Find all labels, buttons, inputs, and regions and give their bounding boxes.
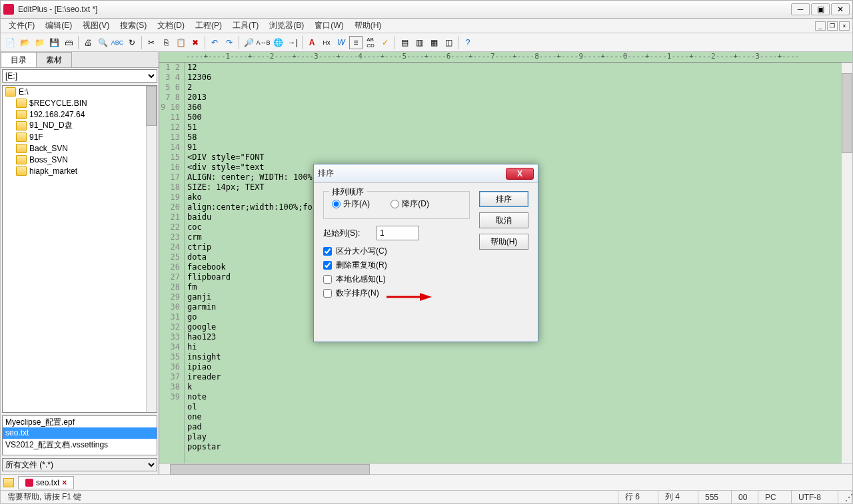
- print-icon[interactable]: 🖨: [81, 36, 95, 49]
- saveall-icon[interactable]: 🗃: [62, 36, 75, 49]
- startcol-label: 起始列(S):: [323, 228, 377, 239]
- window-title: EditPlus - [E:\seo.txt *]: [18, 5, 791, 14]
- dialog-close-button[interactable]: X: [506, 168, 534, 180]
- app-icon: [3, 4, 14, 15]
- status-help: 需要帮助, 请按 F1 键: [1, 491, 618, 503]
- editor-hscrollbar[interactable]: [159, 463, 852, 474]
- folder-icon: [16, 166, 27, 176]
- menu-document[interactable]: 文档(D): [152, 19, 190, 33]
- editor-vscrollbar[interactable]: [842, 63, 852, 463]
- browser-icon[interactable]: 🌐: [271, 36, 285, 49]
- folder-icon[interactable]: [3, 478, 14, 487]
- radio-ascending[interactable]: 升序(A): [332, 198, 370, 210]
- tree-item[interactable]: $RECYCLE.BIN: [3, 97, 157, 109]
- folder-icon: [16, 155, 27, 164]
- maximize-button[interactable]: ▣: [811, 3, 830, 15]
- new-icon[interactable]: 📄: [3, 36, 17, 49]
- dialog-title: 排序: [318, 168, 506, 179]
- tree-item[interactable]: Back_SVN: [3, 142, 157, 154]
- status-total: 555: [698, 491, 732, 503]
- folder-icon: [16, 144, 27, 153]
- status-mode: PC: [758, 491, 792, 503]
- menu-file[interactable]: 文件(F): [3, 19, 40, 33]
- tree-item[interactable]: hiapk_market: [3, 165, 157, 176]
- status-grip[interactable]: ⋰: [838, 491, 852, 503]
- replace-icon[interactable]: A↔B: [257, 36, 270, 49]
- titlebar: EditPlus - [E:\seo.txt *] ─ ▣ ✕: [0, 0, 853, 19]
- folder-icon: [16, 121, 27, 130]
- sort-dialog: 排序 X 排列顺序 升序(A) 降序(D) 起始列(S): 区分大小写(C) 删…: [313, 164, 538, 342]
- doctab-seo[interactable]: seo.txt ×: [18, 476, 74, 489]
- drive-select[interactable]: [E:]: [2, 69, 157, 83]
- menu-help[interactable]: 帮助(H): [349, 19, 387, 33]
- tab-cliptext[interactable]: 素材: [36, 52, 72, 67]
- chk-locale[interactable]: 本地化感知(L): [323, 274, 528, 285]
- cut-icon[interactable]: ✂: [145, 36, 158, 49]
- tree-item[interactable]: 192.168.247.64: [3, 109, 157, 120]
- delete-icon[interactable]: ✖: [189, 36, 202, 49]
- preview-icon[interactable]: 🔍: [96, 36, 109, 49]
- panel1-icon[interactable]: ▤: [398, 36, 411, 49]
- tree-root[interactable]: E:\: [3, 86, 157, 97]
- spell-icon[interactable]: ABC: [111, 36, 124, 49]
- document-tabs: seo.txt ×: [0, 475, 853, 491]
- menu-search[interactable]: 搜索(S): [115, 19, 152, 33]
- hex-icon[interactable]: Hx: [320, 36, 333, 49]
- mdi-minimize[interactable]: _: [815, 21, 826, 31]
- doctab-close-icon[interactable]: ×: [62, 478, 67, 487]
- paste-icon[interactable]: 📋: [174, 36, 187, 49]
- save-icon[interactable]: 💾: [47, 36, 61, 49]
- status-encoding: UTF-8: [792, 491, 838, 503]
- menu-tools[interactable]: 工具(T): [227, 19, 264, 33]
- mdi-restore[interactable]: ❐: [827, 21, 838, 31]
- folder-icon: [16, 132, 27, 142]
- goto-icon[interactable]: →|: [286, 36, 299, 49]
- tree-item[interactable]: 91F: [3, 131, 157, 142]
- redo-icon[interactable]: ↷: [223, 36, 236, 49]
- panel3-icon[interactable]: ▦: [427, 36, 440, 49]
- toolbar: 📄 📂 📁 💾 🗃 🖨 🔍 ABC ↻ ✂ ⎘ 📋 ✖ ↶ ↷ 🔎 A↔B 🌐 …: [0, 33, 853, 52]
- file-item[interactable]: seo.txt: [3, 427, 157, 439]
- font-icon[interactable]: A: [305, 36, 319, 49]
- file-list[interactable]: Myeclipse_配置.epfseo.txtVS2012_配置文档.vsset…: [2, 415, 157, 455]
- open2-icon[interactable]: 📁: [33, 36, 46, 49]
- cancel-button[interactable]: 取消: [479, 212, 528, 228]
- folder-icon: [16, 110, 27, 119]
- copy-icon[interactable]: ⎘: [159, 36, 173, 49]
- wrap-icon[interactable]: W: [335, 36, 348, 49]
- mdi-close[interactable]: ×: [839, 21, 850, 31]
- menu-view[interactable]: 视图(V): [77, 19, 115, 33]
- file-item[interactable]: Myeclipse_配置.epf: [3, 416, 157, 427]
- radio-descending[interactable]: 降序(D): [391, 198, 429, 210]
- panel2-icon[interactable]: ▥: [413, 36, 426, 49]
- status-col: 列 4: [658, 491, 698, 503]
- column-icon[interactable]: ABCD: [364, 36, 377, 49]
- menu-edit[interactable]: 编辑(E): [40, 19, 77, 33]
- tab-directory[interactable]: 目录: [1, 52, 37, 67]
- panel4-icon[interactable]: ◫: [442, 36, 455, 49]
- refresh-icon[interactable]: ↻: [125, 36, 139, 49]
- menu-window[interactable]: 窗口(W): [309, 19, 349, 33]
- undo-icon[interactable]: ↶: [208, 36, 221, 49]
- help-button[interactable]: 帮助(H): [479, 234, 528, 250]
- tree-item[interactable]: 91_ND_D盘: [3, 120, 157, 131]
- tree-scrollbar[interactable]: [146, 86, 157, 412]
- startcol-input[interactable]: [377, 226, 419, 240]
- chk-remove-dup[interactable]: 删除重复项(R): [323, 260, 528, 271]
- close-button[interactable]: ✕: [831, 3, 850, 15]
- tree-item[interactable]: Boss_SVN: [3, 154, 157, 165]
- minimize-button[interactable]: ─: [791, 3, 810, 15]
- menu-project[interactable]: 工程(P): [190, 19, 227, 33]
- folder-tree[interactable]: E:\ $RECYCLE.BIN192.168.247.6491_ND_D盘91…: [2, 85, 157, 413]
- find-icon[interactable]: 🔎: [242, 36, 255, 49]
- file-item[interactable]: VS2012_配置文档.vssettings: [3, 439, 157, 450]
- chk-numeric[interactable]: 数字排序(N): [323, 288, 528, 299]
- indent-icon[interactable]: ≡: [349, 36, 363, 49]
- sort-button[interactable]: 排序: [479, 191, 528, 207]
- help-icon[interactable]: ?: [461, 36, 474, 49]
- check-icon[interactable]: ✓: [379, 36, 392, 49]
- dialog-titlebar[interactable]: 排序 X: [314, 164, 538, 183]
- open-icon[interactable]: 📂: [18, 36, 31, 49]
- filter-select[interactable]: 所有文件 (*.*): [2, 458, 157, 471]
- menu-browser[interactable]: 浏览器(B): [264, 19, 309, 33]
